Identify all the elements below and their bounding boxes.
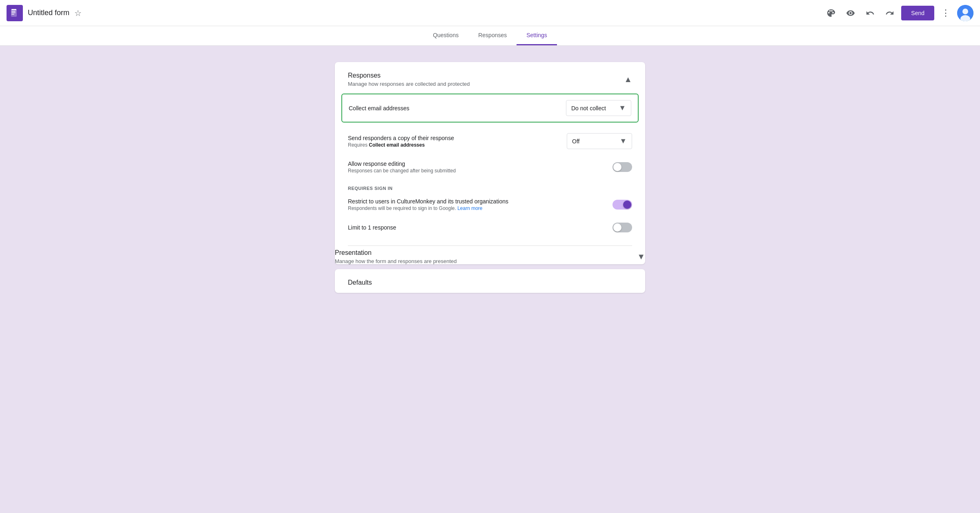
svg-point-6: [962, 9, 968, 14]
limit-response-toggle-knob: [613, 223, 621, 232]
collect-email-dropdown[interactable]: Do not collect ▼: [566, 100, 631, 116]
restrict-users-label-group: Restrict to users in CultureMonkey and i…: [348, 198, 508, 211]
forms-icon: [10, 8, 20, 18]
allow-editing-label-group: Allow response editing Responses can be …: [348, 161, 456, 174]
tab-responses[interactable]: Responses: [468, 26, 517, 45]
send-copy-row: Send responders a copy of their response…: [335, 127, 645, 155]
undo-icon: [866, 9, 875, 18]
header: Untitled form ☆ Send ⋮: [0, 0, 980, 26]
svg-rect-3: [11, 12, 16, 13]
limit-response-label: Limit to 1 response: [348, 224, 396, 231]
restrict-users-toggle-knob: [623, 201, 631, 209]
more-options-icon: ⋮: [941, 8, 950, 18]
main-content: Responses Manage how responses are colle…: [0, 52, 980, 308]
svg-rect-2: [11, 11, 16, 12]
send-button[interactable]: Send: [901, 6, 934, 20]
allow-editing-label: Allow response editing: [348, 161, 456, 167]
send-copy-sublabel-bold: Collect email addresses: [369, 142, 425, 148]
form-title: Untitled form: [28, 9, 69, 17]
responses-section-header[interactable]: Responses Manage how responses are colle…: [335, 62, 645, 94]
presentation-section-header[interactable]: Presentation Manage how the form and res…: [335, 249, 645, 264]
collect-email-dropdown-arrow: ▼: [619, 104, 626, 112]
collect-email-label: Collect email addresses: [349, 105, 410, 112]
defaults-section-title: Defaults: [348, 279, 372, 286]
avatar-image: [957, 5, 973, 21]
allow-editing-toggle-knob: [613, 163, 621, 171]
tab-questions[interactable]: Questions: [423, 26, 468, 45]
allow-editing-sublabel: Responses can be changed after being sub…: [348, 168, 456, 174]
preview-icon: [846, 9, 855, 18]
defaults-section-header[interactable]: Defaults: [335, 269, 645, 293]
header-left: Untitled form ☆: [7, 5, 823, 21]
send-copy-sublabel-prefix: Requires: [348, 142, 369, 148]
presentation-section-chevron: ▼: [637, 252, 645, 261]
send-copy-dropdown-arrow: ▼: [619, 137, 627, 145]
restrict-users-sublabel-prefix: Respondents will be required to sign in …: [348, 205, 457, 211]
palette-button[interactable]: [823, 5, 839, 21]
send-copy-label: Send responders a copy of their response: [348, 135, 454, 141]
send-copy-dropdown[interactable]: Off ▼: [567, 133, 632, 149]
send-copy-dropdown-value: Off: [572, 138, 579, 145]
svg-rect-4: [11, 14, 14, 15]
requires-signin-label: REQUIRES SIGN IN: [335, 179, 645, 192]
responses-settings-card: Responses Manage how responses are colle…: [335, 62, 645, 264]
app-icon: [7, 5, 23, 21]
allow-editing-toggle[interactable]: [612, 162, 632, 172]
responses-section-chevron: ▲: [624, 75, 632, 84]
preview-button[interactable]: [842, 5, 859, 21]
section-divider: [348, 245, 632, 246]
header-right: Send ⋮: [823, 5, 973, 21]
collect-email-dropdown-value: Do not collect: [571, 105, 606, 112]
undo-button[interactable]: [862, 5, 878, 21]
limit-response-toggle[interactable]: [612, 223, 632, 232]
restrict-users-label: Restrict to users in CultureMonkey and i…: [348, 198, 508, 205]
responses-section-title: Responses: [348, 72, 470, 79]
palette-icon: [826, 9, 835, 18]
limit-response-row: Limit to 1 response: [335, 217, 645, 242]
redo-icon: [885, 9, 894, 18]
allow-editing-row: Allow response editing Responses can be …: [335, 155, 645, 179]
learn-more-link[interactable]: Learn more: [457, 205, 482, 211]
send-copy-label-group: Send responders a copy of their response…: [348, 135, 454, 148]
collect-email-row: Collect email addresses Do not collect ▼: [341, 94, 639, 123]
more-options-button[interactable]: ⋮: [938, 5, 954, 21]
tab-settings[interactable]: Settings: [517, 26, 557, 45]
presentation-section-subtitle: Manage how the form and responses are pr…: [335, 258, 457, 264]
send-copy-sublabel: Requires Collect email addresses: [348, 142, 454, 148]
restrict-users-sublabel: Respondents will be required to sign in …: [348, 205, 508, 211]
responses-section-subtitle: Manage how responses are collected and p…: [348, 81, 470, 87]
redo-button[interactable]: [882, 5, 898, 21]
star-icon[interactable]: ☆: [74, 8, 82, 18]
avatar[interactable]: [957, 5, 973, 21]
tabs-bar: Questions Responses Settings: [0, 26, 980, 46]
presentation-title-group: Presentation Manage how the form and res…: [335, 249, 457, 264]
presentation-section-title: Presentation: [335, 249, 457, 256]
restrict-users-row: Restrict to users in CultureMonkey and i…: [335, 192, 645, 217]
defaults-card: Defaults: [335, 269, 645, 293]
restrict-users-toggle[interactable]: [612, 200, 632, 210]
responses-section-title-group: Responses Manage how responses are colle…: [348, 72, 470, 87]
